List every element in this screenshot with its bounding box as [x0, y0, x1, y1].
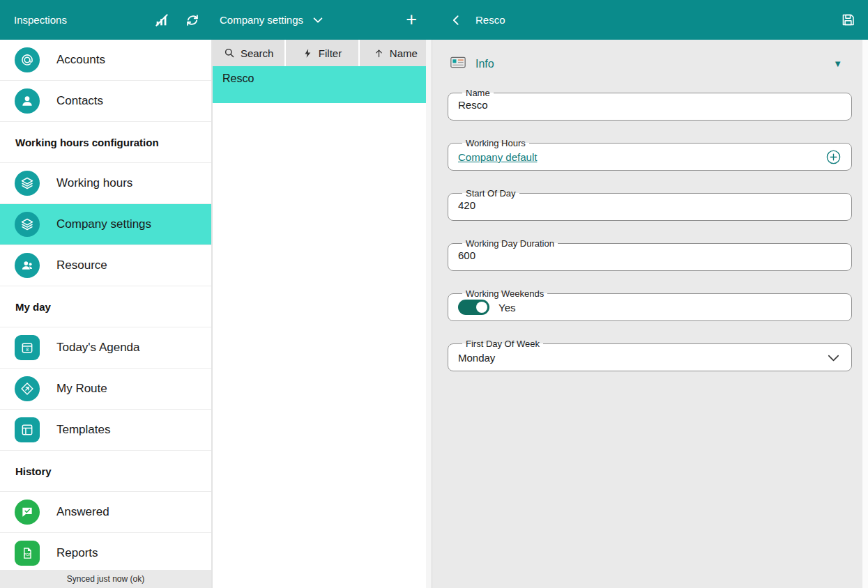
section-title: Info: [475, 58, 494, 70]
sidebar-section-working-hours-configuration: Working hours configuration: [0, 122, 211, 163]
offline-icon[interactable]: [154, 13, 169, 28]
sidebar-item-label: Templates: [56, 423, 110, 437]
search-button[interactable]: Search: [213, 40, 284, 66]
field-working-hours: Working Hours Company default: [448, 138, 852, 171]
accounts-icon: [15, 47, 40, 72]
select-chevron-down-icon: [825, 350, 842, 366]
sidebar-section-history: History: [0, 451, 211, 492]
field-name: Name Resco: [448, 88, 852, 121]
sidebar-item-todays-agenda[interactable]: 8 Today's Agenda: [0, 327, 211, 369]
save-icon[interactable]: [840, 13, 855, 28]
list-item-resco[interactable]: Resco: [213, 66, 426, 103]
sidebar-section-my-day: My day: [0, 286, 211, 327]
app-title: Inspections: [14, 14, 67, 26]
section-label: History: [15, 465, 52, 477]
sidebar-item-company-settings[interactable]: Company settings: [0, 204, 211, 245]
info-section-header: Info ▼: [450, 56, 852, 71]
resource-icon: [15, 253, 40, 278]
reports-icon: PDF: [15, 541, 40, 566]
collapse-section-icon[interactable]: ▼: [833, 59, 842, 69]
filter-button-label: Filter: [319, 47, 342, 59]
list-item-title: Resco: [222, 72, 254, 84]
list-scrollbar[interactable]: [426, 40, 432, 588]
add-working-hours-icon[interactable]: [825, 149, 842, 165]
sidebar-item-resource[interactable]: Resource: [0, 245, 211, 286]
sidebar-item-label: Today's Agenda: [56, 341, 140, 355]
entity-selector-label: Company settings: [220, 14, 303, 26]
field-working-weekends: Working Weekends Yes: [448, 288, 852, 321]
working-day-duration-input[interactable]: 600: [458, 249, 842, 261]
field-first-day-of-week: First Day Of Week Monday: [448, 339, 852, 371]
sidebar-item-label: Reports: [56, 546, 98, 560]
field-start-of-day: Start Of Day 420: [448, 188, 852, 221]
detail-scrollbar[interactable]: [862, 40, 868, 588]
svg-text:8: 8: [26, 347, 29, 352]
sidebar-item-label: Company settings: [56, 217, 151, 231]
name-input[interactable]: Resco: [458, 99, 842, 111]
record-title: Resco: [475, 14, 505, 26]
working-weekends-value: Yes: [498, 302, 515, 314]
detail-panel: Info ▼ Name Resco Working Hours Company …: [432, 40, 868, 588]
sort-button-label: Name: [390, 47, 418, 59]
field-first-day-of-week-label: First Day Of Week: [462, 339, 543, 349]
search-icon: [224, 47, 235, 59]
sync-icon[interactable]: [185, 13, 200, 28]
contacts-icon: [15, 88, 40, 114]
sidebar-item-answered[interactable]: Answered: [0, 492, 211, 533]
list-toolbar: Search Filter: [213, 40, 432, 66]
route-icon: [15, 376, 40, 401]
sync-status: Synced just now (ok): [0, 570, 211, 588]
sidebar-item-label: Accounts: [56, 53, 105, 67]
sort-ascending-icon: [374, 48, 384, 59]
working-hours-lookup-link[interactable]: Company default: [458, 151, 537, 163]
field-name-label: Name: [462, 88, 494, 98]
add-record-button[interactable]: +: [403, 10, 420, 29]
answered-icon: [15, 500, 40, 525]
back-icon[interactable]: [449, 13, 464, 28]
top-bar: Inspections: [0, 0, 868, 40]
filter-button[interactable]: Filter: [286, 40, 358, 66]
info-card-icon: [450, 56, 466, 71]
sidebar-item-label: My Route: [56, 382, 107, 396]
search-button-label: Search: [241, 47, 274, 59]
sort-button[interactable]: Name: [360, 40, 432, 66]
sidebar-list: Accounts Contacts Working hours configur…: [0, 40, 211, 570]
working-weekends-toggle[interactable]: [458, 300, 489, 315]
sidebar-item-accounts[interactable]: Accounts: [0, 40, 211, 81]
agenda-icon: 8: [15, 335, 40, 360]
field-working-day-duration-label: Working Day Duration: [462, 238, 558, 249]
company-settings-icon: [15, 212, 40, 237]
sidebar-item-label: Contacts: [56, 94, 103, 108]
field-working-weekends-label: Working Weekends: [462, 288, 547, 299]
sidebar-item-label: Answered: [56, 505, 109, 519]
sidebar-item-working-hours[interactable]: Working hours: [0, 163, 211, 204]
field-working-hours-label: Working Hours: [462, 138, 529, 148]
filter-bolt-icon: [303, 48, 313, 59]
sidebar-item-templates[interactable]: Templates: [0, 410, 211, 451]
record-list-panel: Search Filter: [213, 40, 432, 588]
section-label: My day: [15, 301, 51, 313]
sidebar: Accounts Contacts Working hours configur…: [0, 40, 213, 588]
chevron-down-icon: [310, 13, 326, 28]
start-of-day-input[interactable]: 420: [458, 199, 842, 211]
templates-icon: [15, 417, 40, 442]
sidebar-item-label: Working hours: [56, 176, 132, 190]
section-label: Working hours configuration: [15, 137, 159, 148]
sidebar-item-label: Resource: [56, 258, 107, 272]
entity-selector[interactable]: Company settings: [220, 13, 326, 28]
sidebar-item-reports[interactable]: PDF Reports: [0, 533, 211, 570]
first-day-of-week-select[interactable]: Monday: [458, 350, 842, 366]
sidebar-item-my-route[interactable]: My Route: [0, 369, 211, 410]
working-hours-icon: [15, 171, 40, 196]
app-window: Inspections: [0, 0, 868, 588]
field-start-of-day-label: Start Of Day: [462, 188, 519, 199]
sidebar-item-contacts[interactable]: Contacts: [0, 81, 211, 122]
field-working-day-duration: Working Day Duration 600: [448, 238, 852, 271]
svg-text:PDF: PDF: [24, 552, 31, 557]
